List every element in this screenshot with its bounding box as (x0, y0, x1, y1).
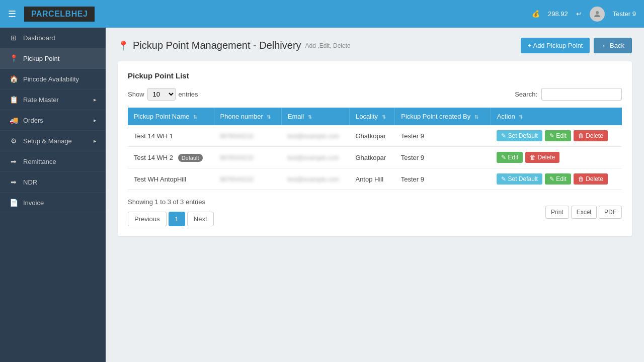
brand-part1: PARCEL (31, 10, 65, 18)
ndr-icon: ➡ (9, 178, 18, 186)
row1-locality: Ghatkopar (349, 125, 394, 147)
card-title: Pickup Point List (128, 71, 622, 80)
sidebar-item-ndr[interactable]: ➡ NDR (0, 172, 106, 193)
row3-locality: Antop Hill (349, 168, 394, 190)
sort-icon-name: ⇅ (193, 114, 197, 120)
table-controls: Show 10 25 50 100 entries Search: (128, 88, 622, 101)
row1-email: test@example.com (281, 125, 349, 147)
sidebar-label-rate-master: Rate Master (23, 96, 59, 104)
svg-point-0 (596, 11, 599, 14)
username: Tester 9 (613, 10, 636, 18)
set-default-button-3[interactable]: ✎ Set Default (497, 173, 542, 185)
row2-created-by: Tester 9 (395, 147, 491, 168)
add-pickup-point-button[interactable]: + Add Pickup Point (521, 38, 590, 53)
search-box: Search: (515, 88, 622, 101)
avatar[interactable] (590, 7, 605, 22)
pickup-point-card: Pickup Point List Show 10 25 50 100 entr… (118, 61, 632, 236)
page-title: Pickup Point Management - Delhivery (133, 40, 301, 51)
page-subtitle: Add ,Edit, Delete (305, 42, 351, 49)
sidebar-item-setup[interactable]: ⚙ Setup & Manage ▸ (0, 131, 106, 151)
default-badge: Default (178, 154, 203, 162)
sidebar-item-rate-master[interactable]: 📋 Rate Master ▸ (0, 89, 106, 110)
row2-locality: Ghatkopar (349, 147, 394, 168)
sidebar-label-setup: Setup & Manage (23, 137, 72, 145)
table-row: Test 14 WH 2 Default 9876543210 test@exa… (128, 147, 622, 168)
row2-actions: ✎ Edit 🗑 Delete (491, 147, 622, 168)
sidebar-item-orders[interactable]: 🚚 Orders ▸ (0, 110, 106, 131)
entries-label: entries (179, 90, 198, 98)
sidebar-item-dashboard[interactable]: ⊞ Dashboard (0, 28, 106, 48)
header-buttons: + Add Pickup Point ← Back (521, 38, 632, 53)
row3-actions: ✎ Set Default ✎ Edit 🗑 Delete (491, 168, 622, 190)
sort-icon-created: ⇅ (474, 114, 478, 120)
sort-icon-action: ⇅ (519, 114, 523, 120)
sidebar-label-ndr: NDR (23, 178, 37, 186)
brand-logo: PARCELBHEJ (24, 7, 95, 22)
search-label: Search: (515, 90, 537, 98)
col-locality: Locality ⇅ (349, 108, 394, 125)
dashboard-icon: ⊞ (9, 34, 18, 42)
set-default-button-1[interactable]: ✎ Set Default (497, 130, 542, 141)
sidebar-label-remittance: Remittance (23, 158, 56, 165)
col-email: Email ⇅ (281, 108, 349, 125)
pincode-icon: 🏠 (9, 75, 18, 83)
sidebar-label-pincode: Pincode Availability (23, 75, 79, 83)
hamburger-icon[interactable]: ☰ (8, 9, 16, 20)
print-button[interactable]: Print (545, 206, 569, 219)
pdf-button[interactable]: PDF (599, 206, 622, 219)
sort-icon-phone: ⇅ (267, 114, 271, 120)
edit-button-3[interactable]: ✎ Edit (545, 173, 571, 185)
row1-phone: 9876543210 (214, 125, 281, 147)
pickup-icon: 📍 (9, 54, 18, 62)
pagination: Previous 1 Next (128, 212, 214, 226)
entries-select[interactable]: 10 25 50 100 (147, 88, 176, 101)
next-button[interactable]: Next (187, 212, 214, 226)
delete-button-2[interactable]: 🗑 Delete (525, 152, 559, 163)
delete-button-3[interactable]: 🗑 Delete (574, 173, 608, 185)
table-row: Test 14 WH 1 9876543210 test@example.com… (128, 125, 622, 147)
row3-phone: 9876543210 (214, 168, 281, 190)
top-navbar: ☰ PARCELBHEJ 💰 298.92 ↩ Tester 9 (0, 0, 644, 28)
balance-value: 298.92 (548, 10, 568, 18)
export-buttons: Print Excel PDF (545, 206, 622, 219)
delete-button-1[interactable]: 🗑 Delete (574, 130, 608, 141)
sidebar-item-pincode[interactable]: 🏠 Pincode Availability (0, 69, 106, 89)
orders-icon: 🚚 (9, 116, 18, 124)
history-icon[interactable]: ↩ (576, 10, 582, 18)
pagination-info: Showing 1 to 3 of 3 entries (128, 198, 214, 206)
back-button[interactable]: ← Back (594, 38, 632, 53)
chevron-down-icon-setup: ▸ (94, 138, 97, 144)
previous-button[interactable]: Previous (128, 212, 167, 226)
show-entries: Show 10 25 50 100 entries (128, 88, 198, 101)
row3-name: Test WH AntopHill (128, 168, 214, 190)
edit-button-2[interactable]: ✎ Edit (497, 152, 523, 163)
balance-icon: 💰 (532, 10, 540, 18)
chevron-down-icon-orders: ▸ (94, 117, 97, 124)
row2-name: Test 14 WH 2 Default (128, 147, 214, 168)
col-name: Pickup Point Name ⇅ (128, 108, 214, 125)
sidebar-label-pickup-point: Pickup Point (23, 55, 59, 62)
sidebar-label-orders: Orders (23, 117, 43, 124)
table-header-row: Pickup Point Name ⇅ Phone number ⇅ Email… (128, 108, 622, 125)
edit-button-1[interactable]: ✎ Edit (545, 130, 571, 141)
search-input[interactable] (541, 88, 622, 101)
sidebar-item-pickup-point[interactable]: 📍 Pickup Point (0, 48, 106, 69)
brand-part2: BHEJ (65, 10, 88, 18)
sidebar: ⊞ Dashboard 📍 Pickup Point 🏠 Pincode Ava… (0, 28, 106, 362)
col-phone: Phone number ⇅ (214, 108, 281, 125)
sort-icon-locality: ⇅ (382, 114, 386, 120)
sort-icon-email: ⇅ (308, 114, 312, 120)
pickup-points-table: Pickup Point Name ⇅ Phone number ⇅ Email… (128, 108, 622, 190)
row3-email: test@example.com (281, 168, 349, 190)
col-created-by: Pickup Point created By ⇅ (395, 108, 491, 125)
invoice-icon: 📄 (9, 199, 18, 207)
rate-master-icon: 📋 (9, 96, 18, 104)
page-1-button[interactable]: 1 (169, 212, 185, 226)
sidebar-item-invoice[interactable]: 📄 Invoice (0, 193, 106, 213)
show-label: Show (128, 90, 144, 98)
row1-actions: ✎ Set Default ✎ Edit 🗑 Delete (491, 125, 622, 147)
row1-name: Test 14 WH 1 (128, 125, 214, 147)
sidebar-item-remittance[interactable]: ➡ Remittance (0, 151, 106, 172)
excel-button[interactable]: Excel (571, 206, 597, 219)
row2-email: test@example.com (281, 147, 349, 168)
